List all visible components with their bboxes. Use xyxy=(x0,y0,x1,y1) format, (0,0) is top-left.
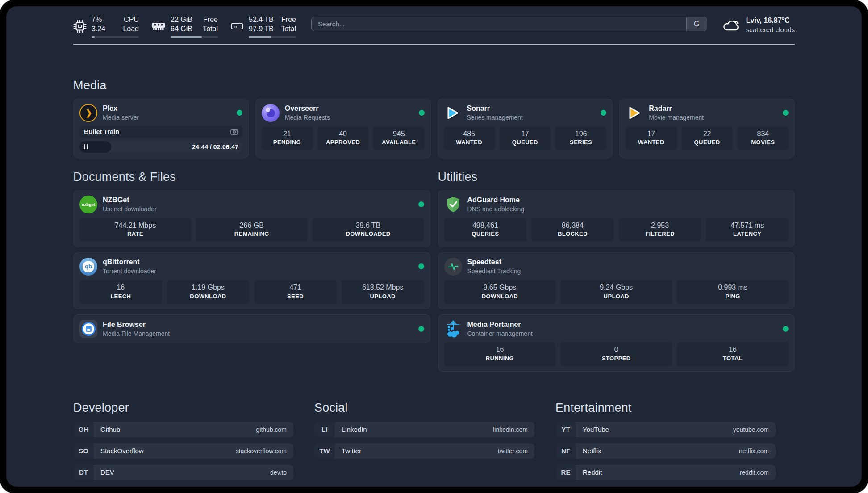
service-card-sonarr[interactable]: Sonarr Series management 485 WANTED 17 Q… xyxy=(438,99,613,158)
bookmark-name: Twitter xyxy=(342,447,361,455)
memory-values: 22 GiB 64 GiB xyxy=(171,15,192,34)
stat-value: 16 xyxy=(446,345,554,355)
stat-box: 744.21 Mbps RATE xyxy=(79,218,191,242)
section-heading-documents: Documents & Files xyxy=(73,170,430,184)
service-name: File Browser xyxy=(103,320,170,330)
service-name: Overseerr xyxy=(285,104,330,113)
disk-values: 52.4 TB 97.9 TB xyxy=(249,15,274,34)
stat-value: 22 xyxy=(684,130,731,139)
stat-box: 86,384 BLOCKED xyxy=(531,218,614,242)
bookmark-netflix[interactable]: NF Netflix netflix.com xyxy=(555,443,776,459)
top-bar: 7% 3.24 CPU Load xyxy=(73,15,795,38)
stat-box: 16 TOTAL xyxy=(677,342,789,366)
service-card-plex[interactable]: ❯ Plex Media server Bullet Train xyxy=(73,99,249,158)
service-card-adguard[interactable]: AdGuard Home DNS and adblocking 498,461 … xyxy=(438,190,795,247)
service-name: AdGuard Home xyxy=(467,196,525,205)
stat-box: 266 GB REMAINING xyxy=(196,218,308,242)
stat-value: 9.65 Gbps xyxy=(446,283,554,292)
cpu-progress-fill xyxy=(92,36,95,38)
service-description: Torrent downloader xyxy=(103,267,156,275)
search-input[interactable] xyxy=(312,17,686,31)
service-card-radarr[interactable]: Radarr Movie management 17 WANTED 22 QUE… xyxy=(619,99,795,158)
adguard-icon xyxy=(444,196,462,213)
stat-box: 16 RUNNING xyxy=(444,342,556,366)
stat-value: 744.21 Mbps xyxy=(81,221,189,230)
documents-column: Documents & Files nzbget NZBGet Usenet d… xyxy=(73,170,430,377)
service-card-speedtest[interactable]: Speedtest Speedtest Tracking 9.65 Gbps D… xyxy=(438,252,795,309)
stat-label: LEECH xyxy=(81,292,160,301)
stat-label: BLOCKED xyxy=(533,230,612,238)
stat-box: 498,461 QUERIES xyxy=(444,218,527,242)
bookmark-linkedin[interactable]: LI LinkedIn linkedin.com xyxy=(314,422,534,437)
search-provider-button[interactable]: G xyxy=(686,17,707,31)
playback-progress-bar: 24:44 / 02:06:47 xyxy=(79,141,242,153)
now-playing-title: Bullet Train xyxy=(84,128,119,135)
stat-box: 0.993 ms PING xyxy=(677,280,789,304)
stat-label: PING xyxy=(679,292,787,301)
stat-value: 40 xyxy=(319,130,367,139)
stat-label: QUERIES xyxy=(446,230,525,238)
sonarr-icon xyxy=(444,104,462,122)
service-card-qbittorrent[interactable]: qb qBittorrent Torrent downloader 16 LEE… xyxy=(73,252,430,309)
stat-value: 266 GB xyxy=(198,221,306,230)
bookmark-twitter[interactable]: TW Twitter twitter.com xyxy=(314,443,534,459)
service-description: Media server xyxy=(103,113,139,121)
service-name: Speedtest xyxy=(467,258,521,267)
section-heading-developer: Developer xyxy=(73,401,293,415)
status-dot xyxy=(418,326,424,332)
disk-progress-fill xyxy=(249,36,271,38)
stat-value: 21 xyxy=(263,130,311,139)
dashboard-page: 7% 3.24 CPU Load xyxy=(6,6,862,487)
memory-icon xyxy=(151,21,166,32)
service-card-nzbget[interactable]: nzbget NZBGet Usenet downloader 744.21 M… xyxy=(73,190,430,247)
stat-label: UPLOAD xyxy=(562,292,670,301)
bookmark-url: stackoverflow.com xyxy=(236,447,287,455)
stat-label: SEED xyxy=(256,292,335,301)
bookmark-reddit[interactable]: RE Reddit reddit.com xyxy=(555,465,776,480)
status-dot xyxy=(418,201,424,207)
qbittorrent-icon: qb xyxy=(79,258,97,276)
stat-box: 9.24 Gbps UPLOAD xyxy=(560,280,672,304)
stat-label: LATENCY xyxy=(708,230,787,238)
cpu-percent: 7% xyxy=(92,15,105,25)
bookmark-abbr: DT xyxy=(73,465,94,480)
stat-label: MOVIES xyxy=(739,138,787,146)
bookmark-stackoverflow[interactable]: SO StackOverflow stackoverflow.com xyxy=(73,443,293,459)
bookmark-name: Reddit xyxy=(583,468,602,476)
service-card-portainer[interactable]: Media Portainer Container management 16 … xyxy=(438,314,795,371)
stat-box: 485 WANTED xyxy=(444,126,495,150)
pause-icon xyxy=(84,144,88,149)
bookmark-abbr: LI xyxy=(314,422,335,437)
memory-total: 64 GiB xyxy=(171,25,192,34)
stat-box: 471 SEED xyxy=(254,280,337,304)
stat-label: REMAINING xyxy=(198,230,306,238)
stat-value: 17 xyxy=(501,130,549,139)
service-card-filebrowser[interactable]: File Browser Media File Management xyxy=(73,314,430,343)
stat-value: 86,384 xyxy=(533,221,612,230)
playback-time: 24:44 / 02:06:47 xyxy=(192,143,238,150)
stat-box: 2,953 FILTERED xyxy=(619,218,701,242)
stat-box: 40 APPROVED xyxy=(317,126,368,150)
stat-label: DOWNLOAD xyxy=(169,292,248,301)
stat-value: 1.19 Gbps xyxy=(169,283,248,292)
bookmark-name: Github xyxy=(100,426,120,433)
stat-value: 2,953 xyxy=(621,221,700,230)
cloud-icon xyxy=(722,18,740,32)
search-bar: G xyxy=(311,17,707,31)
speedtest-icon xyxy=(444,258,462,276)
stat-box: 1.19 Gbps DOWNLOAD xyxy=(167,280,250,304)
stat-label: DOWNLOAD xyxy=(446,292,554,301)
bookmark-url: twitter.com xyxy=(498,447,528,455)
stat-box: 945 AVAILABLE xyxy=(373,126,424,150)
service-card-overseerr[interactable]: Overseerr Media Requests 21 PENDING 40 A… xyxy=(255,99,431,158)
section-heading-media: Media xyxy=(73,79,795,92)
bookmark-dev[interactable]: DT DEV dev.to xyxy=(73,465,293,480)
bookmark-github[interactable]: GH Github github.com xyxy=(73,422,293,437)
bookmark-url: netflix.com xyxy=(739,447,769,455)
stat-label: UPLOAD xyxy=(343,292,422,301)
stat-box: 17 QUEUED xyxy=(500,126,551,150)
section-heading-entertainment: Entertainment xyxy=(555,401,776,415)
stat-label: STOPPED xyxy=(562,355,670,363)
filebrowser-icon xyxy=(79,320,97,338)
bookmark-youtube[interactable]: YT YouTube youtube.com xyxy=(555,422,776,437)
